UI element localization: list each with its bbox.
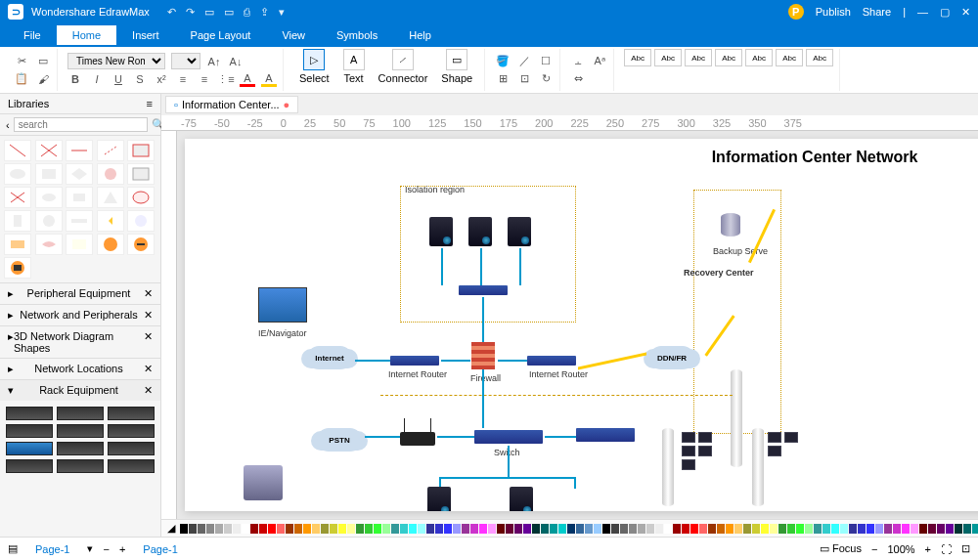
color-swatch[interactable] (761, 524, 769, 534)
color-swatch[interactable] (453, 524, 461, 534)
connector-tool[interactable]: ⟋Connector (373, 49, 434, 91)
color-swatch[interactable] (418, 524, 425, 534)
color-swatch[interactable] (488, 524, 496, 534)
italic-icon[interactable]: I (89, 71, 105, 87)
shape-item[interactable] (127, 234, 155, 255)
font-select[interactable]: Times New Roman (67, 53, 165, 69)
menu-insert[interactable]: Insert (116, 25, 175, 45)
router-node[interactable] (459, 285, 508, 295)
color-swatch[interactable] (708, 524, 716, 534)
rack-item[interactable] (6, 442, 53, 455)
color-swatch[interactable] (356, 524, 364, 534)
shape-item[interactable] (66, 163, 93, 185)
color-swatch[interactable] (558, 524, 566, 534)
shape-item[interactable] (4, 163, 31, 185)
color-swatch[interactable] (550, 524, 557, 534)
backup-cylinder[interactable] (721, 213, 740, 237)
print-icon[interactable]: ⎙ (244, 6, 250, 19)
lan-group-2[interactable] (768, 432, 798, 456)
color-swatch[interactable] (426, 524, 434, 534)
highlight-icon[interactable]: A (261, 71, 277, 87)
color-swatch[interactable] (435, 524, 443, 534)
color-swatch[interactable] (409, 524, 417, 534)
color-swatch[interactable] (594, 524, 601, 534)
distribute-icon[interactable]: ⇔ (570, 71, 586, 87)
color-swatch[interactable] (822, 524, 830, 534)
color-swatch[interactable] (620, 524, 628, 534)
lib-locations[interactable]: ▸Network Locations✕ (0, 358, 160, 379)
color-swatch[interactable] (849, 524, 857, 534)
fit-icon[interactable]: ⛶ (941, 543, 952, 555)
libraries-menu-icon[interactable]: ≡ (147, 98, 153, 109)
color-swatch[interactable] (541, 524, 549, 534)
color-swatch[interactable] (198, 524, 205, 534)
color-swatch[interactable] (893, 524, 901, 534)
undo-icon[interactable]: ↶ (167, 6, 176, 19)
app-server-2[interactable] (510, 487, 533, 511)
color-swatch[interactable] (726, 524, 734, 534)
bullets-icon[interactable]: ⋮≡ (218, 71, 234, 87)
strike-icon[interactable]: S (132, 71, 148, 87)
shape-item[interactable] (97, 140, 124, 161)
color-swatch[interactable] (224, 524, 232, 534)
color-swatch[interactable] (955, 524, 962, 534)
theme-1[interactable]: Abc (624, 49, 651, 66)
color-swatch[interactable] (664, 524, 672, 534)
color-swatch[interactable] (470, 524, 478, 534)
underline-icon[interactable]: U (111, 71, 126, 87)
color-swatch[interactable] (294, 524, 302, 534)
cylinder-3[interactable] (752, 428, 764, 506)
color-swatch[interactable] (814, 524, 822, 534)
search-back-icon[interactable]: ‹ (6, 119, 10, 131)
color-swatch[interactable] (532, 524, 540, 534)
style-icon[interactable]: Aᵃ (592, 54, 607, 69)
internet-router-1[interactable] (390, 356, 439, 366)
shape-item[interactable] (97, 187, 124, 208)
shape-item[interactable] (4, 187, 31, 208)
dropper-icon[interactable]: ◢ (167, 522, 175, 535)
arrange-icon[interactable]: ⊞ (495, 71, 511, 87)
color-swatch[interactable] (444, 524, 452, 534)
menu-pagelayout[interactable]: Page Layout (175, 25, 267, 45)
color-swatch[interactable] (286, 524, 293, 534)
shape-item[interactable] (127, 140, 155, 161)
shape-item[interactable] (35, 234, 63, 255)
app-server-1[interactable] (427, 487, 451, 511)
color-swatch[interactable] (875, 524, 883, 534)
internet-router-2[interactable] (527, 356, 576, 366)
theme-5[interactable]: Abc (745, 49, 773, 66)
color-swatch[interactable] (338, 524, 346, 534)
canvas[interactable]: Information Center Network Isolation reg… (185, 139, 978, 511)
color-swatch[interactable] (743, 524, 751, 534)
shape-item[interactable] (35, 210, 63, 232)
color-swatch[interactable] (646, 524, 654, 534)
color-swatch[interactable] (867, 524, 874, 534)
color-swatch[interactable] (506, 524, 513, 534)
increase-font-icon[interactable]: A↑ (206, 54, 222, 69)
lib-peripheral[interactable]: ▸Peripheral Equipment✕ (0, 282, 160, 304)
color-swatch[interactable] (330, 524, 337, 534)
minimize-icon[interactable]: — (917, 6, 928, 18)
ddn-cloud[interactable]: DDN/FR (649, 346, 694, 369)
firewall-node[interactable] (471, 342, 495, 369)
color-swatch[interactable] (770, 524, 778, 534)
add-page-icon[interactable]: + (119, 543, 125, 555)
color-swatch[interactable] (497, 524, 505, 534)
lib-rack[interactable]: ▾Rack Equipment✕ (0, 379, 160, 401)
switch-node[interactable] (474, 430, 543, 444)
menu-help[interactable]: Help (393, 25, 447, 45)
color-swatch[interactable] (462, 524, 469, 534)
cylinder-2[interactable] (662, 428, 674, 506)
superscript-icon[interactable]: x² (154, 71, 169, 87)
page-selector[interactable]: Page-1 (27, 541, 77, 557)
server-node[interactable] (429, 217, 453, 246)
color-swatch[interactable] (840, 524, 848, 534)
color-swatch[interactable] (611, 524, 619, 534)
save-icon[interactable]: ▭ (224, 6, 234, 19)
color-swatch[interactable] (180, 524, 188, 534)
user-badge[interactable]: P (788, 4, 804, 20)
color-swatch[interactable] (858, 524, 866, 534)
shape-item[interactable] (66, 210, 93, 232)
shape-item[interactable] (4, 234, 31, 255)
shape-item[interactable] (66, 187, 93, 208)
